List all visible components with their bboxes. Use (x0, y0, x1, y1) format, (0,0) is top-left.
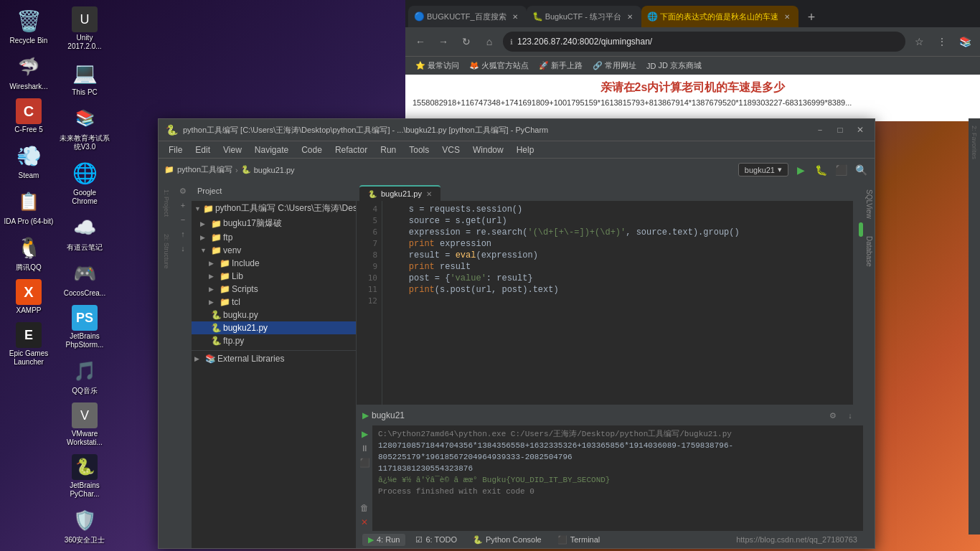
desktop-icon-chrome[interactable]: 🌐 Google Chrome (58, 156, 111, 209)
bookmark-star-button[interactable]: ☆ (910, 32, 928, 51)
desktop-icon-steam[interactable]: 💨 Steam (2, 138, 55, 183)
desktop-icon-360[interactable]: 🛡️ 360安全卫士 (58, 503, 111, 547)
tab-bugku-baidu[interactable]: 🔵 BUGKUCTF_百度搜索 ✕ (408, 6, 527, 27)
status-tab-python-console[interactable]: 🐍 Python Console (467, 534, 547, 546)
strip-settings-icon[interactable]: ⚙ (176, 184, 190, 198)
desktop-icon-qqmusic[interactable]: 🎵 QQ音乐 (58, 354, 111, 398)
status-tab-run[interactable]: ▶ 4: Run (362, 534, 405, 546)
tab-bugku-ctf[interactable]: 🐛 BugkuCTF - 练习平台 ✕ (527, 6, 641, 27)
back-button[interactable]: ← (411, 32, 430, 51)
tree-bugku21-py-arrow (200, 324, 209, 331)
debug-button[interactable]: 🐛 (813, 162, 829, 178)
menu-run[interactable]: Run (374, 143, 402, 156)
right-tab-database[interactable]: Database (864, 230, 875, 273)
status-tab-terminal[interactable]: ⬛ Terminal (552, 534, 606, 546)
desktop-icon-epic[interactable]: E Epic Games Launcher (2, 319, 55, 369)
run-pause-icon[interactable]: ⏸ (359, 443, 370, 454)
desktop-icon-cocos[interactable]: 🎮 CocosCrea... (58, 256, 111, 301)
menu-code[interactable]: Code (296, 143, 328, 156)
tab-bugku-ctf-close[interactable]: ✕ (624, 11, 636, 22)
bookmark-firefox[interactable]: 🦊 火狐官方站点 (465, 59, 533, 72)
strip-up-icon[interactable]: ↑ (176, 227, 190, 241)
tree-ftp-folder[interactable]: ▶ 📁 ftp (192, 231, 356, 244)
run-panel-settings[interactable]: ⚙ (826, 408, 840, 423)
tree-ftp-py[interactable]: 🐍 ftp.py (192, 334, 356, 347)
desktop-icon-vmware[interactable]: V VMware Workstati... (58, 400, 111, 450)
bookmark-newbie[interactable]: 🚀 新手上路 (534, 59, 587, 72)
code-content[interactable]: s = requests.session() source = s.get(ur… (382, 201, 853, 405)
right-tab-sqview[interactable]: SQLView (864, 184, 875, 225)
menu-refactor[interactable]: Refactor (329, 143, 373, 156)
menu-vcs[interactable]: VCS (436, 143, 466, 156)
bookmark-zuichang[interactable]: ⭐ 最常访问 (411, 59, 463, 72)
address-bar[interactable]: ℹ 123.206.87.240:8002/qiumingshan/ (503, 32, 905, 52)
menu-edit[interactable]: Edit (189, 143, 216, 156)
tree-venv[interactable]: ▼ 📁 venv (192, 244, 356, 257)
favorites-label[interactable]: 2: Favorites (969, 121, 979, 164)
desktop-icon-wireshark[interactable]: 🦈 Wireshark... (2, 50, 55, 94)
desktop-icon-unity[interactable]: U Unity 2017.2.0... (58, 4, 111, 54)
run-error-icon[interactable]: ✕ (359, 517, 370, 528)
tree-bugku21-py[interactable]: 🐍 bugku21.py (192, 321, 356, 334)
desktop-icon-youdao[interactable]: ☁️ 有道云笔记 (58, 210, 111, 255)
tree-bugku-py[interactable]: 🐍 bugku.py (192, 309, 356, 321)
run-config-selector[interactable]: bugku21 ▾ (738, 163, 788, 176)
recycle-bin-label: Recycle Bin (10, 37, 48, 45)
home-button[interactable]: ⌂ (480, 32, 499, 51)
project-tool-label[interactable]: 1: Project (161, 184, 172, 222)
tree-include[interactable]: ▶ 📁 Include (192, 257, 356, 270)
forward-button[interactable]: → (434, 32, 453, 51)
editor-tab-close[interactable]: ✕ (426, 190, 432, 198)
desktop-icon-tencentqq[interactable]: 🐧 腾讯QQ (2, 230, 55, 275)
run-button[interactable]: ▶ (793, 162, 809, 178)
tree-bugku17[interactable]: ▶ 📁 bugku17脑爆破 (192, 216, 356, 231)
menu-help[interactable]: Help (511, 143, 540, 156)
menu-window[interactable]: Window (467, 143, 509, 156)
desktop-icon-cfree[interactable]: C C-Free 5 (2, 95, 55, 137)
tab-bugku-baidu-close[interactable]: ✕ (509, 11, 521, 22)
stop-button[interactable]: ⬛ (833, 162, 849, 178)
run-play-icon[interactable]: ▶ (359, 428, 370, 440)
search-everywhere-button[interactable]: 🔍 (853, 162, 869, 178)
run-clear-icon[interactable]: 🗑 (359, 502, 370, 514)
desktop-icon-jetbrains-ps[interactable]: PS JetBrains PhpStorm... (58, 302, 111, 352)
tree-external-libraries[interactable]: ▶ 📚 External Libraries (192, 350, 356, 365)
desktop-icon-idapro[interactable]: 📋 IDA Pro (64-bit) (2, 184, 55, 229)
editor-tab-bugku21[interactable]: 🐍 bugku21.py ✕ (359, 185, 440, 201)
desktop-icon-recycle-bin[interactable]: 🗑️ Recycle Bin (2, 4, 55, 48)
tree-tcl[interactable]: ▶ 📁 tcl (192, 296, 356, 309)
code-line-8: result = eval(expression) (388, 250, 847, 261)
menu-navigate[interactable]: Navigate (249, 143, 294, 156)
tree-root[interactable]: ▼ 📁 python工具编写 C:\Users\王海涛\Deskt (192, 201, 356, 216)
status-tab-todo[interactable]: ☑ 6: TODO (410, 534, 463, 546)
desktop-icon-thispc[interactable]: 💻 This PC (58, 55, 111, 100)
strip-minus-icon[interactable]: − (176, 212, 190, 227)
run-stop-icon[interactable]: ⬛ (359, 457, 370, 468)
strip-down-icon[interactable]: ↓ (176, 241, 190, 255)
structure-tool-label[interactable]: 2i: Structure (161, 228, 172, 275)
editor-scrollbar[interactable] (853, 201, 863, 405)
run-panel-down[interactable]: ↓ (843, 408, 857, 423)
desktop-icon-future-edu[interactable]: 📚 未来教育考试系统V3.0 (58, 101, 111, 154)
desktop-icon-pycharm[interactable]: 🐍 JetBrains PyChar... (58, 451, 111, 501)
desktop-icon-xampp[interactable]: X XAMPP (2, 276, 55, 318)
new-tab-button[interactable]: + (801, 7, 821, 27)
bookmark-jd[interactable]: JD JD 京东商城 (642, 59, 706, 72)
tree-lib[interactable]: ▶ 📁 Lib (192, 270, 356, 283)
refresh-button[interactable]: ↻ (457, 32, 476, 51)
strip-add-icon[interactable]: + (176, 198, 190, 212)
tree-scripts[interactable]: ▶ 📁 Scripts (192, 283, 356, 296)
bookmark-common[interactable]: 🔗 常用网址 (588, 59, 641, 72)
close-button[interactable]: ✕ (853, 123, 867, 137)
reading-list-button[interactable]: 📚 (956, 32, 974, 51)
minimize-button[interactable]: － (813, 123, 827, 137)
maximize-button[interactable]: □ (833, 123, 847, 137)
tab-question[interactable]: 🌐 下面的表达式的值是秋名山的车速 ✕ (641, 6, 798, 27)
tab-question-close[interactable]: ✕ (781, 11, 793, 22)
menu-view[interactable]: View (217, 143, 248, 156)
browser-menu-button[interactable]: ⋮ (933, 32, 951, 51)
menu-file[interactable]: File (163, 143, 188, 156)
line-num-10: 10 (357, 273, 382, 284)
menu-tools[interactable]: Tools (403, 143, 435, 156)
tencentqq-label: 腾讯QQ (16, 263, 42, 272)
